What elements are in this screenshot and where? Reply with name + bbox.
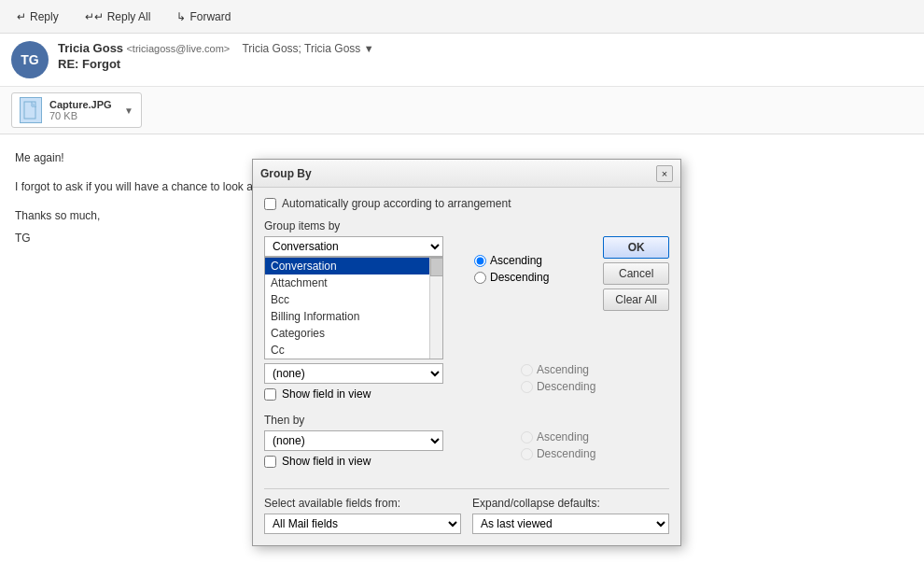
show-field-2-label: Show field in view — [282, 455, 371, 468]
dropdown-scrollbar[interactable] — [429, 258, 442, 359]
dropdown-item-conversation[interactable]: Conversation — [265, 258, 442, 274]
select-fields-label: Select available fields from: — [264, 497, 461, 510]
group-by-descending-row: Descending — [474, 271, 549, 284]
expand-label: Expand/collapse defaults: — [472, 497, 669, 510]
attachment-info: Capture.JPG 70 KB — [49, 99, 112, 121]
then-by-2-row: (none) Show field in view Ascending — [264, 430, 595, 473]
then-by-2-ascending-row: Ascending — [521, 430, 595, 443]
then-by-2-descending-label: Descending — [537, 447, 595, 460]
forward-icon: ↳ — [176, 10, 186, 23]
attachment-file-icon — [20, 97, 42, 123]
then-by-1-descending-label: Descending — [537, 380, 595, 393]
auto-group-checkbox[interactable] — [264, 198, 276, 210]
dropdown-item-attachment[interactable]: Attachment — [265, 274, 442, 291]
sender-email: <triciagoss@live.com> — [126, 43, 230, 54]
recipients: Tricia Goss; Tricia Goss — [242, 42, 360, 55]
cancel-button[interactable]: Cancel — [603, 262, 669, 285]
group-by-main-row: Conversation Conversation Attachment Bcc… — [264, 236, 669, 481]
attachment-size: 70 KB — [49, 110, 112, 121]
auto-group-label: Automatically group according to arrange… — [282, 197, 511, 210]
attachment-dropdown-arrow[interactable]: ▼ — [124, 106, 133, 116]
then-by-1-ascending-label: Ascending — [537, 363, 589, 376]
then-by-2-dropdown[interactable]: (none) — [264, 430, 443, 451]
then-by-1-radio-group: Ascending Descending — [521, 363, 595, 393]
auto-group-row: Automatically group according to arrange… — [264, 197, 669, 210]
then-by-2-radio-group: Ascending Descending — [521, 430, 595, 460]
expand-group: Expand/collapse defaults: As last viewed — [472, 497, 669, 534]
group-by-descending-label: Descending — [490, 271, 549, 284]
then-by-1-row: (none) Show field in view Ascending — [264, 363, 595, 406]
reply-all-icon: ↵↵ — [85, 10, 104, 23]
dialog-close-button[interactable]: × — [656, 165, 673, 182]
bottom-divider — [264, 488, 669, 489]
dialog-titlebar: Group By × — [253, 160, 680, 188]
attachment-bar: Capture.JPG 70 KB ▼ — [0, 87, 924, 134]
forward-button[interactable]: ↳ Forward — [171, 8, 236, 25]
then-by-2-ascending-radio[interactable] — [521, 431, 533, 443]
recipients-dropdown-icon[interactable]: ▼ — [364, 43, 374, 54]
email-subject: RE: Forgot — [58, 57, 913, 71]
email-header: TG Tricia Goss <triciagoss@live.com> Tri… — [0, 34, 924, 87]
dialog-body: Automatically group according to arrange… — [253, 188, 680, 545]
then-by-1-ascending-radio[interactable] — [521, 364, 533, 376]
expand-dropdown[interactable]: As last viewed — [472, 514, 669, 534]
reply-button[interactable]: ↵ Reply — [11, 8, 64, 25]
bottom-section: Select available fields from: All Mail f… — [264, 497, 669, 534]
then-by-2-descending-row: Descending — [521, 447, 595, 460]
group-by-dialog: Group By × Automatically group according… — [252, 159, 681, 546]
ok-button[interactable]: OK — [603, 236, 669, 259]
group-by-ascending-label: Ascending — [490, 254, 542, 267]
show-field-1-row: Show field in view — [264, 387, 513, 401]
group-by-ascending-radio[interactable] — [474, 255, 486, 267]
email-toolbar: ↵ Reply ↵↵ Reply All ↳ Forward — [0, 0, 924, 34]
sender-name: Tricia Goss — [58, 41, 123, 55]
then-by-1-ascending-row: Ascending — [521, 363, 595, 376]
then-by-2-label: Then by — [264, 414, 595, 427]
group-by-dropdown-list: Conversation Attachment Bcc Billing Info… — [264, 257, 443, 359]
show-field-2-row: Show field in view — [264, 455, 513, 468]
reply-all-button[interactable]: ↵↵ Reply All — [79, 8, 157, 25]
group-items-by-label: Group items by — [264, 219, 669, 232]
dropdown-item-bcc[interactable]: Bcc — [265, 291, 442, 308]
attachment-filename: Capture.JPG — [49, 99, 112, 110]
show-field-2-checkbox[interactable] — [264, 456, 276, 468]
dropdown-item-cc[interactable]: Cc — [265, 342, 442, 359]
then-by-1-dropdown[interactable]: (none) — [264, 363, 443, 384]
avatar: TG — [11, 41, 49, 78]
dialog-title: Group By — [260, 167, 312, 180]
group-by-dropdown[interactable]: Conversation — [264, 236, 443, 257]
clear-all-button[interactable]: Clear All — [603, 288, 669, 311]
email-meta: Tricia Goss <triciagoss@live.com> Tricia… — [58, 41, 913, 71]
group-by-ascending-row: Ascending — [474, 254, 549, 267]
dropdown-item-categories[interactable]: Categories — [265, 325, 442, 342]
dropdown-item-billing[interactable]: Billing Information — [265, 308, 442, 325]
dropdown-scrollbar-thumb[interactable] — [430, 258, 443, 276]
then-by-2-descending-radio[interactable] — [521, 448, 533, 460]
attachment-item[interactable]: Capture.JPG 70 KB ▼ — [11, 92, 142, 128]
select-fields-dropdown[interactable]: All Mail fields — [264, 514, 461, 534]
show-field-1-checkbox[interactable] — [264, 388, 276, 401]
group-by-radio-overlay: Ascending Descending — [474, 254, 549, 284]
then-by-2-ascending-label: Ascending — [537, 430, 589, 443]
dialog-buttons-col: OK Cancel Clear All — [603, 236, 669, 481]
then-by-1-descending-row: Descending — [521, 380, 595, 393]
show-field-1-label: Show field in view — [282, 387, 371, 401]
then-by-1-descending-radio[interactable] — [521, 381, 533, 393]
reply-icon: ↵ — [17, 10, 26, 23]
group-by-descending-radio[interactable] — [474, 272, 486, 284]
dropdown-item-changed-by[interactable]: Changed By — [265, 359, 442, 359]
select-fields-group: Select available fields from: All Mail f… — [264, 497, 461, 534]
